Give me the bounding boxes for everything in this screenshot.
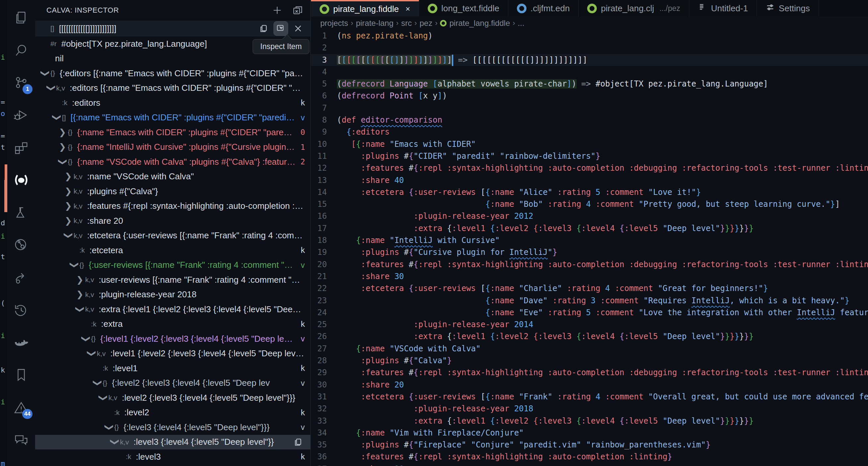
- chevron-expanded-icon[interactable]: ❯: [75, 304, 85, 314]
- tree-row[interactable]: ❯[][{:name "Emacs with CIDER" :plugins #…: [35, 111, 310, 125]
- tree-row[interactable]: ❯{}{:user-reviews [{:name "Frank" :ratin…: [35, 258, 310, 273]
- code-token: ]: [835, 199, 840, 209]
- line-number: 29: [311, 367, 337, 378]
- tree-row[interactable]: ❯k,v:extra {:level1 {:level2 {:level3 {:…: [35, 302, 310, 317]
- code-token: {: [409, 356, 413, 365]
- chevron-expanded-icon[interactable]: ❯: [81, 334, 91, 344]
- run-debug-icon[interactable]: [7, 100, 35, 131]
- inspect-icon[interactable]: [274, 22, 288, 35]
- tree-row[interactable]: :k:level1k: [35, 361, 310, 376]
- comments-icon[interactable]: [7, 425, 35, 456]
- breadcrumb-item[interactable]: src: [401, 19, 412, 28]
- code-token: [581, 440, 586, 449]
- tree-row[interactable]: :k:level3k: [35, 449, 310, 464]
- extensions-icon[interactable]: [7, 132, 35, 163]
- tree-row[interactable]: :k:extrak: [35, 317, 310, 332]
- breadcrumb-symbol-trail[interactable]: ...: [518, 19, 525, 28]
- tree-row[interactable]: ❯k,v:user-reviews [{:name "Frank" :ratin…: [35, 273, 310, 287]
- tree-row[interactable]: ❯{}{:name "Emacs with CIDER" :plugins #{…: [35, 125, 310, 140]
- tab-.cljfmt.edn[interactable]: .cljfmt.edn: [508, 0, 579, 17]
- warning-triangle-icon[interactable]: 44: [7, 393, 35, 423]
- open-new-window-icon[interactable]: [292, 4, 304, 16]
- chevron-expanded-icon[interactable]: ❯: [40, 68, 51, 79]
- beaker-icon[interactable]: [7, 197, 35, 228]
- tree-row[interactable]: :k:etceterak: [35, 243, 310, 258]
- tree-row[interactable]: ❯k,v:name "VSCode with Calva": [35, 169, 310, 184]
- chevron-collapsed-icon[interactable]: ❯: [63, 216, 73, 226]
- chevron-expanded-icon[interactable]: ❯: [57, 156, 68, 167]
- tree-row[interactable]: ❯k,v:share 20: [35, 213, 310, 228]
- gitlens-icon[interactable]: [7, 230, 35, 260]
- chevron-expanded-icon[interactable]: ❯: [98, 393, 108, 403]
- tree-row[interactable]: ❯{}{:editors [{:name "Emacs with CIDER" …: [35, 66, 310, 81]
- code-token: :name: [490, 199, 514, 209]
- tree-row[interactable]: ❯{}{:name "VSCode with Calva" :plugins #…: [35, 154, 310, 169]
- tree-row[interactable]: ❯k,v:editors [{:name "Emacs with CIDER" …: [35, 81, 310, 96]
- code-token: [: [380, 55, 384, 65]
- tree-row[interactable]: ❯k,v:plugins #{"Calva"}: [35, 184, 310, 199]
- tab-pirate_lang.fiddle[interactable]: pirate_lang.fiddle×: [311, 0, 419, 17]
- code-token: {: [620, 224, 624, 233]
- chevron-collapsed-icon[interactable]: ❯: [74, 275, 85, 285]
- tab-long_text.fiddle[interactable]: long_text.fiddle: [419, 0, 508, 17]
- code-token: [337, 248, 361, 257]
- plus-icon[interactable]: [271, 4, 283, 16]
- code-token: [356, 115, 361, 125]
- chevron-expanded-icon[interactable]: ❯: [52, 112, 62, 123]
- tree-row[interactable]: ❯{}{:level4 {:level5 "Deep level"}}v: [35, 464, 310, 466]
- breadcrumb-file[interactable]: pirate_lang.fiddle: [449, 19, 510, 28]
- tree-row[interactable]: ❯k,v:plugin-release-year 2018: [35, 287, 310, 302]
- share-icon[interactable]: [7, 262, 35, 293]
- chevron-collapsed-icon[interactable]: ❯: [57, 127, 68, 137]
- chevron-expanded-icon[interactable]: ❯: [104, 422, 114, 433]
- tree-row[interactable]: :k:level2k: [35, 405, 310, 420]
- tree-row[interactable]: ❯k,v:level2 {:level3 {:level4 {:level5 "…: [35, 391, 310, 405]
- tree-row-label: :etcetera: [90, 245, 296, 255]
- tree-row[interactable]: ❯{}{:level1 {:level2 {:level3 {:level4 {…: [35, 332, 310, 346]
- tab-Untitled-1[interactable]: Untitled-1: [689, 0, 757, 17]
- chevron-expanded-icon[interactable]: ❯: [92, 378, 102, 389]
- calva-icon[interactable]: [7, 165, 35, 195]
- tree-row-selected[interactable]: ❯k,v:level3 {:level4 {:level5 "Deep leve…: [35, 435, 310, 450]
- code-line: 30 :share 20: [311, 379, 868, 391]
- chevron-expanded-icon[interactable]: ❯: [87, 348, 97, 359]
- copy-icon[interactable]: [291, 435, 305, 449]
- tab-Settings[interactable]: Settings: [757, 0, 819, 17]
- chevron-collapsed-icon[interactable]: ❯: [63, 201, 73, 211]
- tree-row[interactable]: :k:editorsk: [35, 95, 310, 111]
- copy-icon[interactable]: [257, 22, 271, 35]
- chevron-expanded-icon[interactable]: ❯: [63, 230, 73, 241]
- code-token: (: [337, 115, 341, 125]
- code-editor[interactable]: 1(ns pez.pirate-lang)23[[[[[[[[[[[[]]]]]…: [311, 30, 868, 466]
- tab-pirate_lang.clj[interactable]: pirate_lang.clj.../pez: [579, 0, 689, 17]
- history-icon[interactable]: [7, 295, 35, 325]
- chevron-collapsed-icon[interactable]: ❯: [57, 142, 68, 152]
- breadcrumb-item[interactable]: pirate-lang: [356, 19, 393, 28]
- chevron-collapsed-icon[interactable]: ❯: [74, 289, 85, 300]
- chevron-collapsed-icon[interactable]: ❯: [63, 186, 73, 196]
- breadcrumb-item[interactable]: pez: [420, 19, 432, 28]
- breadcrumb-item[interactable]: projects: [320, 19, 348, 28]
- code-token: }: [706, 440, 711, 449]
- close-icon[interactable]: [291, 22, 305, 35]
- tree-row[interactable]: ❯k,v:etcetera {:user-reviews [{:name "Fr…: [35, 228, 310, 243]
- bookmark-icon[interactable]: [7, 360, 35, 391]
- tree-row[interactable]: ❯k,v:level1 {:level2 {:level3 {:level4 {…: [35, 346, 310, 361]
- chevron-expanded-icon[interactable]: ❯: [46, 83, 56, 93]
- source-control-icon[interactable]: 1: [7, 68, 35, 98]
- tree-row[interactable]: ❯{}{:level3 {:level4 {:level5 "Deep leve…: [35, 420, 310, 435]
- chevron-collapsed-icon[interactable]: ❯: [63, 172, 73, 182]
- files-icon[interactable]: [7, 3, 35, 33]
- chevron-expanded-icon[interactable]: ❯: [110, 437, 120, 447]
- code-token: defrecord: [341, 79, 384, 89]
- search-icon[interactable]: [7, 35, 35, 66]
- tree-row[interactable]: ❯k,v:features #{:repl :syntax-highlighti…: [35, 199, 310, 214]
- breadcrumb[interactable]: projects›pirate-lang›src›pez›pirate_lang…: [311, 17, 868, 30]
- tree-row[interactable]: ❯{}{:level2 {:level3 {:level4 {:level5 "…: [35, 376, 310, 391]
- chevron-expanded-icon[interactable]: ❯: [69, 260, 79, 271]
- docker-icon[interactable]: [7, 328, 35, 358]
- tree-row[interactable]: [][[[[[[[[[[[[]]]]]]]]]]]]: [35, 21, 310, 36]
- tree-row[interactable]: ❯{}{:name "IntelliJ with Cursive" :plugi…: [35, 140, 310, 155]
- code-token: }: [739, 416, 744, 426]
- tab-close-icon[interactable]: ×: [405, 4, 410, 13]
